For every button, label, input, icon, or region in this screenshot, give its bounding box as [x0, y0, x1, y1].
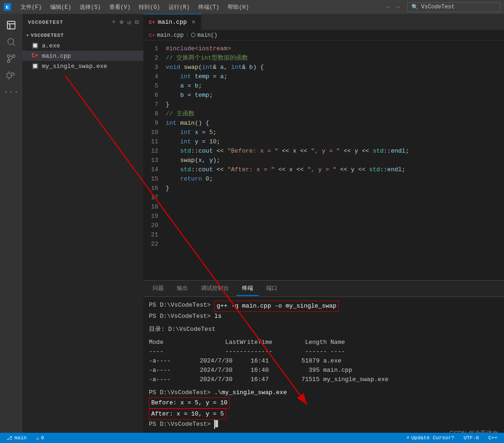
row3-mode: -a----: [149, 375, 200, 384]
terminal-out-2: After: x = 10, y = 5: [149, 409, 498, 420]
breadcrumb-fn[interactable]: ⬡: [191, 32, 195, 39]
file-icon-exe: 🔲: [32, 42, 39, 49]
code-line-6: a = b;: [166, 81, 504, 91]
file-name: main.cpp: [42, 53, 71, 60]
menu-goto[interactable]: 转到(G): [135, 2, 164, 12]
code-content[interactable]: #include<iostream> // 交换两个int型数据的函数 void…: [162, 40, 504, 280]
code-line-7: b = temp;: [166, 91, 504, 100]
breadcrumb: C+ main.cpp › ⬡ main(): [143, 30, 504, 40]
code-line-8: }: [166, 100, 504, 109]
status-errors[interactable]: ⚠ 0: [33, 433, 47, 443]
status-encoding[interactable]: UTF-8: [461, 433, 482, 443]
row1-time: 16:41: [250, 356, 269, 366]
terminal-out-1: Before: x = 5, y = 10: [149, 397, 498, 409]
row2-size: 395: [269, 366, 323, 375]
code-line-16: swap(x, y);: [166, 156, 504, 165]
breadcrumb-file[interactable]: main.cpp: [157, 32, 184, 39]
menu-terminal[interactable]: 终端(T): [195, 2, 223, 12]
file-item-main-cpp[interactable]: C+ main.cpp: [22, 51, 143, 61]
file-item-a-exe[interactable]: 🔲 a.exe: [22, 40, 143, 51]
menu-view[interactable]: 查看(V): [106, 2, 134, 12]
tab-debug-console[interactable]: 调试控制台: [195, 282, 235, 296]
lang-label: C++: [488, 435, 497, 441]
file-name: my_single_swap.exe: [42, 63, 107, 70]
refresh-btn[interactable]: ↺: [126, 17, 132, 27]
svg-point-2: [7, 60, 10, 63]
nav-buttons: ← →: [384, 2, 402, 12]
code-line-14: std::cout << "Before: x = " << x << ", y…: [166, 147, 504, 156]
activity-extensions[interactable]: [4, 68, 19, 83]
tab-problems[interactable]: 问题: [147, 282, 169, 296]
table-header: Mode LastWriteTime Length Name: [149, 338, 345, 347]
nav-forward-btn[interactable]: →: [394, 2, 402, 12]
file-icon-cpp: C+: [32, 53, 39, 59]
term-prompt-3: PS D:\VsCodeTest>: [149, 388, 214, 397]
terminal-line-3: PS D:\VsCodeTest> .\my_single_swap.exe: [149, 388, 498, 397]
branch-icon: ⎇: [7, 435, 13, 441]
row2-time: 16:40: [250, 366, 269, 375]
file-item-swap-exe[interactable]: 🔲 my_single_swap.exe: [22, 61, 143, 71]
menu-select[interactable]: 选择(S): [76, 2, 105, 12]
breadcrumb-sep: ›: [186, 32, 189, 39]
status-branch[interactable]: ⎇ main: [4, 433, 29, 443]
svg-point-4: [13, 55, 15, 58]
tab-ports[interactable]: 端口: [261, 282, 283, 296]
menu-help[interactable]: 帮助(H): [224, 2, 253, 12]
row3-date: 2024/7/30: [200, 375, 250, 384]
status-update[interactable]: × Update Cursor?: [403, 433, 457, 443]
search-text: VsCodeTest: [421, 4, 455, 10]
svg-rect-0: [7, 21, 15, 29]
activity-explorer[interactable]: [4, 18, 19, 33]
table-row-2: -a---- 2024/7/30 16:40 395 main.cpp: [149, 366, 498, 375]
sidebar-title: VSCODETEST: [28, 20, 63, 25]
menu-run[interactable]: 运行(R): [165, 2, 194, 12]
search-icon: 🔍: [411, 4, 418, 11]
line-numbers: 12345 678910 1112131415 1617181920 2122: [143, 40, 162, 280]
breadcrumb-file-icon: C+: [149, 33, 155, 38]
activity-git[interactable]: [4, 51, 19, 66]
tab-output[interactable]: 输出: [171, 282, 194, 296]
branch-name: main: [14, 435, 27, 441]
breadcrumb-func[interactable]: main(): [197, 32, 217, 39]
row2-mode: -a----: [149, 366, 200, 375]
term-prompt-1: PS D:\VsCodeTest>: [149, 301, 214, 310]
code-line-1: #include<iostream>: [166, 44, 504, 54]
explorer-header[interactable]: ▾ VSCODETEST: [22, 30, 143, 40]
tab-close-btn[interactable]: ×: [192, 19, 195, 26]
editor-area: C+ main.cpp × C+ main.cpp › ⬡ main() 123…: [143, 14, 504, 443]
status-lang[interactable]: C++: [485, 433, 500, 443]
encoding-label: UTF-8: [464, 435, 479, 441]
panel-tabs: 问题 输出 调试控制台 终端 端口: [143, 281, 504, 297]
menu-edit[interactable]: 编辑(E): [47, 2, 75, 12]
code-line-12: int y = 10;: [166, 137, 504, 147]
activity-search[interactable]: [4, 34, 19, 49]
tab-bar: C+ main.cpp ×: [143, 14, 504, 30]
collapse-btn[interactable]: ⊟: [134, 17, 140, 27]
menu-file[interactable]: 文件(F): [17, 2, 46, 12]
term-cmd-2: ls: [214, 312, 222, 321]
row1-size: 51879: [269, 356, 323, 366]
row3-name: my_single_swap.exe: [323, 375, 388, 384]
new-folder-btn[interactable]: ⊕: [119, 17, 124, 27]
tab-main-cpp[interactable]: C+ main.cpp ×: [143, 14, 202, 30]
table-row-3: -a---- 2024/7/30 16:47 71515 my_single_s…: [149, 375, 498, 384]
term-prompt-2: PS D:\VsCodeTest>: [149, 312, 214, 321]
statusbar: ⎇ main ⚠ 0 × Update Cursor? UTF-8 C++: [0, 433, 504, 443]
code-line-5: int temp = a;: [166, 72, 504, 81]
activity-more[interactable]: ···: [4, 85, 19, 100]
term-cmd-1: g++ -g main.cpp -o my_single_swap: [214, 301, 338, 312]
row3-time: 16:47: [250, 375, 269, 384]
svg-point-3: [7, 55, 10, 58]
terminal-content[interactable]: PS D:\VsCodeTest> g++ -g main.cpp -o my_…: [143, 297, 504, 443]
terminal-dir-header: 目录: D:\VsCodeTest: [149, 325, 498, 334]
code-line-18: std::cout << "After: x = " << x << ", y …: [166, 165, 504, 175]
activity-bar: ···: [0, 14, 22, 443]
explorer-label: VSCODETEST: [31, 33, 64, 38]
terminal-line-2: PS D:\VsCodeTest> ls: [149, 312, 498, 321]
search-box[interactable]: 🔍 VsCodeTest: [407, 2, 500, 12]
nav-back-btn[interactable]: ←: [384, 2, 392, 12]
code-line-21: }: [166, 184, 504, 193]
code-editor[interactable]: 12345 678910 1112131415 1617181920 2122 …: [143, 40, 504, 280]
new-file-btn[interactable]: +: [111, 17, 116, 27]
tab-terminal[interactable]: 终端: [236, 282, 259, 296]
